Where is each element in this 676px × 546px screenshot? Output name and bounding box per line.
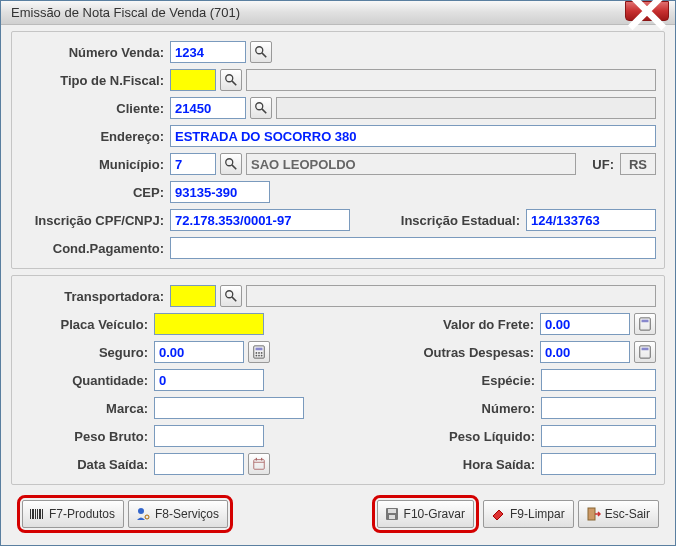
button-produtos-label: F7-Produtos [49, 507, 115, 521]
label-placa: Placa Veículo: [20, 317, 150, 332]
svg-point-33 [145, 515, 149, 519]
button-gravar[interactable]: F10-Gravar [377, 500, 474, 528]
svg-rect-11 [256, 348, 263, 351]
label-especie: Espécie: [343, 373, 537, 388]
button-sair[interactable]: Esc-Sair [578, 500, 659, 528]
input-numero[interactable] [541, 397, 656, 419]
label-cpf-cnpj: Inscrição CPF/CNPJ: [20, 213, 166, 228]
input-municipio-code[interactable] [170, 153, 216, 175]
input-peso-liquido[interactable] [541, 425, 656, 447]
button-gravar-label: F10-Gravar [404, 507, 465, 521]
calculator-icon [252, 345, 266, 359]
label-seguro: Seguro: [20, 345, 150, 360]
lookup-cliente[interactable] [250, 97, 272, 119]
barcode-icon [29, 506, 45, 522]
input-cliente-code[interactable] [170, 97, 246, 119]
toolbar: F7-Produtos F8-Serviços F10-Gravar F9-Li… [11, 491, 665, 539]
panel-bottom: Transportadora: Placa Veículo: Seguro: [11, 275, 665, 485]
input-marca[interactable] [154, 397, 304, 419]
input-placa[interactable] [154, 313, 264, 335]
lookup-municipio[interactable] [220, 153, 242, 175]
person-gear-icon [135, 506, 151, 522]
label-peso-bruto: Peso Bruto: [20, 429, 150, 444]
close-button[interactable] [625, 1, 669, 21]
svg-point-16 [258, 355, 260, 357]
readonly-municipio-desc: SAO LEOPOLDO [246, 153, 576, 175]
content-area: Número Venda: Tipo de N.Fiscal: Cliente: [1, 25, 675, 545]
label-cliente: Cliente: [20, 101, 166, 116]
button-sair-label: Esc-Sair [605, 507, 650, 521]
input-cpf-cnpj[interactable] [170, 209, 350, 231]
label-uf: UF: [580, 157, 616, 172]
lookup-tipo-nfiscal[interactable] [220, 69, 242, 91]
input-inscricao-estadual[interactable] [526, 209, 656, 231]
readonly-transportadora-desc [246, 285, 656, 307]
label-tipo-nfiscal: Tipo de N.Fiscal: [20, 73, 166, 88]
readonly-tipo-nfiscal-desc [246, 69, 656, 91]
svg-rect-28 [35, 509, 36, 519]
svg-point-15 [256, 355, 258, 357]
floppy-disk-icon [384, 506, 400, 522]
lookup-numero-venda[interactable] [250, 41, 272, 63]
svg-rect-26 [30, 509, 31, 519]
label-cep: CEP: [20, 185, 166, 200]
window-root: Emissão de Nota Fiscal de Venda (701) Nú… [0, 0, 676, 546]
svg-rect-25 [642, 348, 649, 351]
label-hora-saida: Hora Saída: [343, 457, 537, 472]
button-servicos-label: F8-Serviços [155, 507, 219, 521]
input-numero-venda[interactable] [170, 41, 246, 63]
highlight-box-gravar: F10-Gravar [372, 495, 479, 533]
svg-rect-23 [642, 320, 649, 323]
svg-point-14 [261, 352, 263, 354]
label-peso-liquido: Peso Líquido: [343, 429, 537, 444]
svg-line-3 [232, 81, 236, 85]
svg-rect-29 [37, 509, 38, 519]
search-icon [254, 101, 268, 115]
search-icon [224, 289, 238, 303]
svg-rect-30 [39, 509, 41, 519]
svg-line-5 [262, 109, 266, 113]
label-outras-despesas: Outras Despesas: [343, 345, 536, 360]
input-seguro[interactable] [154, 341, 244, 363]
lookup-transportadora[interactable] [220, 285, 242, 307]
svg-point-2 [226, 75, 233, 82]
svg-line-9 [232, 297, 236, 301]
label-endereco: Endereço: [20, 129, 166, 144]
input-endereco[interactable] [170, 125, 656, 147]
button-servicos[interactable]: F8-Serviços [128, 500, 228, 528]
svg-rect-27 [32, 509, 34, 519]
label-numero-venda: Número Venda: [20, 45, 166, 60]
calc-frete[interactable] [634, 313, 656, 335]
label-transportadora: Transportadora: [20, 289, 166, 304]
calc-seguro[interactable] [248, 341, 270, 363]
search-icon [224, 73, 238, 87]
svg-point-17 [261, 355, 263, 357]
calendar-data-saida[interactable] [248, 453, 270, 475]
input-valor-frete[interactable] [540, 313, 630, 335]
readonly-cliente-desc [276, 97, 656, 119]
input-tipo-nfiscal-code[interactable] [170, 69, 216, 91]
svg-point-13 [258, 352, 260, 354]
svg-rect-36 [389, 515, 395, 519]
input-transportadora-code[interactable] [170, 285, 216, 307]
input-outras-despesas[interactable] [540, 341, 630, 363]
input-cond-pagamento[interactable] [170, 237, 656, 259]
svg-line-1 [262, 53, 266, 57]
calendar-icon [252, 457, 266, 471]
calc-despesas[interactable] [634, 341, 656, 363]
label-numero: Número: [343, 401, 537, 416]
input-peso-bruto[interactable] [154, 425, 264, 447]
label-marca: Marca: [20, 401, 150, 416]
svg-point-8 [226, 291, 233, 298]
readonly-uf: RS [620, 153, 656, 175]
label-cond-pagamento: Cond.Pagamento: [20, 241, 166, 256]
input-data-saida[interactable] [154, 453, 244, 475]
button-produtos[interactable]: F7-Produtos [22, 500, 124, 528]
input-cep[interactable] [170, 181, 270, 203]
input-hora-saida[interactable] [541, 453, 656, 475]
input-quantidade[interactable] [154, 369, 264, 391]
input-especie[interactable] [541, 369, 656, 391]
button-limpar[interactable]: F9-Limpar [483, 500, 574, 528]
button-limpar-label: F9-Limpar [510, 507, 565, 521]
svg-point-32 [138, 508, 144, 514]
